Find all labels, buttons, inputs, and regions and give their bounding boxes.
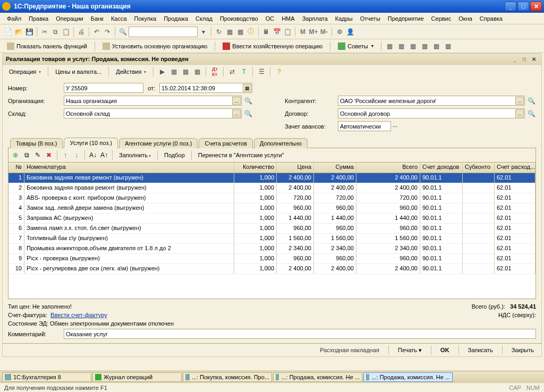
save-button[interactable]: Записать: [466, 346, 495, 354]
tab-agent[interactable]: Агентские услуги (0 поз.): [119, 138, 198, 148]
task-item[interactable]: ...: Продажа, комиссия. Не ...: [363, 372, 453, 382]
select-icon[interactable]: ...: [232, 109, 241, 117]
report5-icon[interactable]: ▦: [432, 41, 441, 51]
doc-post-icon[interactable]: ▶: [157, 67, 167, 76]
minimize-button[interactable]: _: [505, 2, 516, 11]
warehouse-open-icon[interactable]: 🔍: [243, 109, 253, 118]
close-button[interactable]: Закрыть: [509, 346, 536, 354]
contract-open-icon[interactable]: 🔍: [526, 109, 536, 118]
doc-help-icon[interactable]: ?: [274, 67, 284, 76]
comment-input[interactable]: Оказание услуг: [64, 329, 536, 339]
menu-production[interactable]: Производство: [217, 14, 261, 23]
search-input[interactable]: [129, 27, 198, 37]
task-icon[interactable]: 📋: [283, 27, 292, 37]
tab-accounts[interactable]: Счета расчетов: [199, 138, 252, 148]
search-icon[interactable]: 🔍: [118, 27, 128, 37]
menu-operations[interactable]: Операции: [53, 14, 86, 23]
advance-input[interactable]: Автоматически: [338, 121, 391, 131]
move-to-agent-button[interactable]: Перенести в "Агентские услуги": [195, 151, 287, 159]
menu-reports[interactable]: Отчеты: [358, 14, 383, 23]
doc-link-icon[interactable]: ⇄: [227, 67, 237, 76]
doc-post2-icon[interactable]: ▦: [181, 67, 190, 76]
warehouse-input[interactable]: Основной склад...: [64, 108, 242, 118]
contract-input[interactable]: Основной договор...: [338, 108, 525, 118]
menu-sale[interactable]: Продажа: [161, 14, 191, 23]
report3-icon[interactable]: ▦: [409, 41, 418, 51]
prices-button[interactable]: Цены и валюта...: [52, 67, 105, 76]
operation-button[interactable]: Операция: [6, 67, 44, 76]
tab-goods[interactable]: Товары (8 поз.): [10, 138, 63, 148]
menu-nma[interactable]: НМА: [279, 14, 297, 23]
table-row[interactable]: 6Замена ламп з.х. стоп. бл.свет (выгруже…: [8, 224, 536, 234]
fill-button[interactable]: Заполнить: [116, 151, 154, 159]
manual-op-button[interactable]: Ввести хозяйственную операцию: [219, 41, 326, 52]
doc-tree-icon[interactable]: Т: [239, 67, 249, 76]
menu-cash[interactable]: Касса: [108, 14, 130, 23]
menu-hr[interactable]: Кадры: [333, 14, 355, 23]
task-item[interactable]: 1С:Бухгалтерия 8: [2, 372, 91, 382]
close-button[interactable]: ✕: [530, 2, 542, 11]
delete-row-icon[interactable]: ✖: [44, 150, 54, 160]
invoice-link[interactable]: Ввести счет-фактуру: [50, 312, 107, 318]
show-panel-button[interactable]: Показать панель функций: [3, 41, 91, 52]
doc-close-button[interactable]: ✕: [530, 55, 538, 63]
table-row[interactable]: 1Боковина задняя левая ремонт (выгружен)…: [8, 173, 536, 183]
table-row[interactable]: 5Заправка АС (выгружен)1,0001 440,001 44…: [8, 214, 536, 224]
sort-desc-icon[interactable]: A↑: [99, 150, 109, 160]
calendar-icon[interactable]: ▦: [243, 84, 251, 92]
number-input[interactable]: У 25509: [64, 83, 143, 93]
select-icon[interactable]: ...: [515, 109, 524, 117]
menu-salary[interactable]: Зарплата: [300, 14, 330, 23]
menu-help[interactable]: Справка: [477, 14, 505, 23]
menu-windows[interactable]: Окна: [456, 14, 475, 23]
menu-edit[interactable]: Правка: [26, 14, 51, 23]
table-row[interactable]: 8Промывка инжекторов,объем двигателя от …: [8, 244, 536, 254]
calc-icon[interactable]: 🖩: [261, 27, 271, 37]
menu-file[interactable]: Файл: [4, 14, 24, 23]
help-icon[interactable]: ⓘ: [246, 27, 256, 37]
report2-icon[interactable]: ▦: [397, 41, 406, 51]
table-row[interactable]: 4Замок зад. левой двери замена (выгружен…: [8, 203, 536, 214]
doc-minimize-button[interactable]: _: [511, 55, 519, 63]
date-input[interactable]: 15.02.2014 12:38:09▦: [159, 83, 252, 93]
menu-service[interactable]: Сервис: [429, 14, 454, 23]
counterparty-open-icon[interactable]: 🔍: [526, 96, 536, 106]
tips-button[interactable]: Советы▾: [334, 41, 377, 52]
table-row[interactable]: 2Боковина задняя правая ремонт (выгружен…: [8, 183, 536, 193]
search-dd-icon[interactable]: ▾: [199, 27, 208, 37]
open-icon[interactable]: 📂: [14, 27, 23, 37]
org-input[interactable]: Наша организация...: [64, 96, 242, 106]
menu-purchase[interactable]: Покупка: [132, 14, 159, 23]
consignment-button[interactable]: Расходная накладная: [318, 346, 381, 354]
actions-button[interactable]: Действия: [113, 67, 149, 76]
copy-row-icon[interactable]: ⧉: [22, 150, 31, 160]
add-row-icon[interactable]: ⊕: [11, 150, 20, 160]
services-grid[interactable]: № Номенклатура Количество Цена Сумма Все…: [8, 162, 536, 299]
mplus-icon[interactable]: M+: [309, 27, 318, 37]
menu-enterprise[interactable]: Предприятие: [385, 14, 427, 23]
cfg-icon[interactable]: ⚙: [335, 27, 344, 37]
counterparty-input[interactable]: ОАО 'Российские железные дороги'...: [338, 96, 525, 106]
cut-icon[interactable]: ✂: [40, 27, 49, 37]
task-item[interactable]: Журнал операций: [92, 372, 182, 382]
report6-icon[interactable]: ▦: [444, 41, 453, 51]
move-up-icon[interactable]: ↑: [61, 150, 70, 160]
menu-os[interactable]: ОС: [263, 14, 277, 23]
copy-icon[interactable]: ⧉: [50, 27, 60, 37]
doc-dt-icon[interactable]: ДтКт: [210, 67, 219, 76]
m-icon[interactable]: M: [298, 27, 308, 37]
paste-icon[interactable]: 📋: [61, 27, 71, 37]
form2-icon[interactable]: ▦: [235, 27, 245, 37]
menu-warehouse[interactable]: Склад: [193, 14, 215, 23]
task-item[interactable]: ...: Покупка, комиссия. Про...: [183, 372, 272, 382]
menu-bank[interactable]: Банк: [88, 14, 106, 23]
lock-icon[interactable]: 👤: [345, 27, 355, 37]
move-down-icon[interactable]: ↓: [72, 150, 81, 160]
table-row[interactable]: 9Р\сх - проверка (выгружен)1,000960,0096…: [8, 254, 536, 264]
calendar-icon[interactable]: 📅: [272, 27, 282, 37]
report1-icon[interactable]: ▦: [385, 41, 395, 51]
doc-maximize-button[interactable]: □: [520, 55, 529, 63]
table-row[interactable]: 10Р\сх - регулировка две оси (легк. а\м)…: [8, 264, 536, 274]
select-icon[interactable]: ...: [232, 97, 241, 105]
sort-asc-icon[interactable]: A↓: [88, 150, 98, 160]
